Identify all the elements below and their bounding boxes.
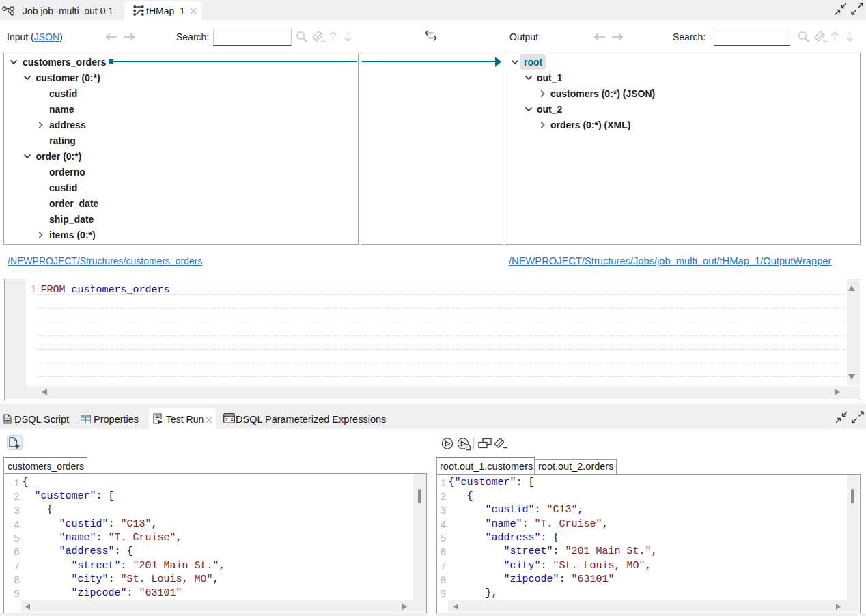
svg-text:x: x <box>225 416 229 423</box>
